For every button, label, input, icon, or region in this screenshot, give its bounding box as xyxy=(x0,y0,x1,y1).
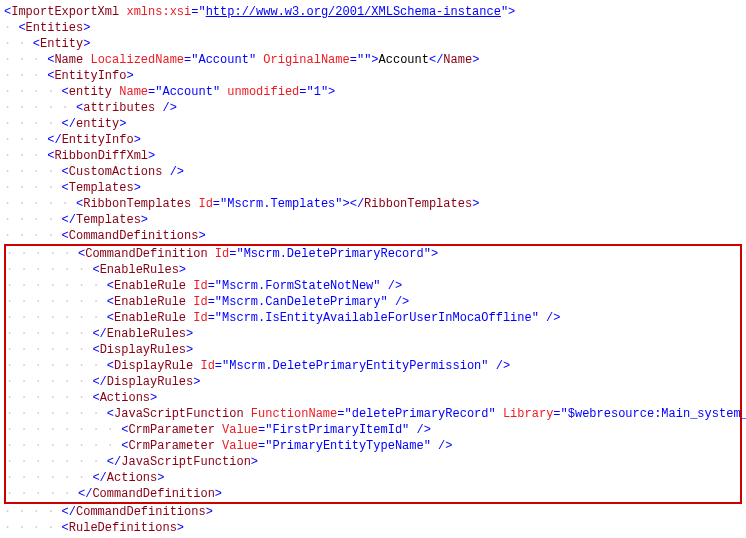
xml-attr: LocalizedName xyxy=(90,53,184,67)
xml-punct: < xyxy=(107,295,114,309)
indent-guides: · · · · · · xyxy=(6,327,92,341)
code-line: · · · · <CustomActions /> xyxy=(4,164,742,180)
xml-attr: Value xyxy=(222,439,258,453)
code-line: · · · · · · · <DisplayRule Id="Mscrm.Del… xyxy=(6,358,740,374)
code-line: · · · · <entity Name="Account" unmodifie… xyxy=(4,84,742,100)
xml-punct: < xyxy=(62,85,69,99)
xml-punct: > xyxy=(371,53,378,67)
code-line: · · · · · · <EnableRules> xyxy=(6,262,740,278)
indent-guides: · · · · · · · · xyxy=(6,439,121,453)
xml-punct: > xyxy=(328,85,335,99)
xml-punct: < xyxy=(18,21,25,35)
code-line: · · · · · · · </JavaScriptFunction> xyxy=(6,454,740,470)
xml-value: Mscrm.FormStateNotNew xyxy=(222,279,373,293)
xml-punct: > xyxy=(119,117,126,131)
xml-link-value[interactable]: http://www.w3.org/2001/XMLSchema-instanc… xyxy=(206,5,501,19)
xml-tag: ImportExportXml xyxy=(11,5,119,19)
xml-attr: xmlns:xsi xyxy=(126,5,191,19)
indent-guides: · · · · · · xyxy=(6,263,92,277)
xml-punct: > xyxy=(141,213,148,227)
code-line: · · · · · · </DisplayRules> xyxy=(6,374,740,390)
xml-punct: > xyxy=(148,149,155,163)
xml-punct: =" xyxy=(258,439,272,453)
xml-tag: Templates xyxy=(76,213,141,227)
xml-punct: < xyxy=(107,279,114,293)
code-line: · · · </EntityInfo> xyxy=(4,132,742,148)
xml-tag: JavaScriptFunction xyxy=(114,407,244,421)
xml-attr: Name xyxy=(119,85,148,99)
xml-tag: CommandDefinition xyxy=(85,247,207,261)
indent-guides: · · · · · xyxy=(4,101,76,115)
xml-attr: Id xyxy=(215,247,229,261)
code-line: <ImportExportXml xmlns:xsi="http://www.w… xyxy=(4,4,742,20)
xml-text xyxy=(244,407,251,421)
code-line: · · · · </entity> xyxy=(4,116,742,132)
xml-punct: > xyxy=(134,133,141,147)
xml-punct: </ xyxy=(47,133,61,147)
xml-punct: =" xyxy=(208,311,222,325)
xml-tag: RuleDefinitions xyxy=(69,521,177,535)
xml-punct: " xyxy=(424,439,431,453)
xml-punct: </ xyxy=(107,455,121,469)
xml-punct: < xyxy=(92,343,99,357)
xml-tag: RibbonDiffXml xyxy=(54,149,148,163)
xml-text xyxy=(215,439,222,453)
xml-tag: Name xyxy=(54,53,83,67)
xml-punct: =" xyxy=(337,407,351,421)
xml-tag: entity xyxy=(69,85,112,99)
code-line: · · · · <CommandDefinitions> xyxy=(4,228,742,244)
xml-punct: > xyxy=(215,487,222,501)
xml-punct: > xyxy=(83,21,90,35)
xml-tag: EntityInfo xyxy=(54,69,126,83)
indent-guides: · · · · · · · xyxy=(6,359,107,373)
xml-punct: < xyxy=(62,229,69,243)
xml-punct: > xyxy=(472,53,479,67)
xml-punct: /> xyxy=(388,295,410,309)
xml-punct: " xyxy=(213,85,227,99)
xml-tag: EnableRule xyxy=(114,279,186,293)
code-line: · · · · · · <DisplayRules> xyxy=(6,342,740,358)
xml-punct: </ xyxy=(92,327,106,341)
xml-punct: < xyxy=(62,165,69,179)
xml-punct: > xyxy=(126,69,133,83)
code-line: · · · · <RuleDefinitions> xyxy=(4,520,742,536)
indent-guides: · · · · xyxy=(4,213,62,227)
xml-tag: CrmParameter xyxy=(128,423,214,437)
xml-punct: </ xyxy=(62,505,76,519)
xml-attr: Id xyxy=(193,311,207,325)
indent-guides: · · · · · · xyxy=(6,471,92,485)
xml-punct: > xyxy=(472,197,479,211)
xml-punct: > xyxy=(508,5,515,19)
xml-punct: " xyxy=(489,407,503,421)
xml-punct: < xyxy=(107,311,114,325)
code-line: · · · · <Templates> xyxy=(4,180,742,196)
xml-tag: RibbonTemplates xyxy=(83,197,191,211)
xml-punct: =" xyxy=(350,53,364,67)
xml-punct: =" xyxy=(148,85,162,99)
xml-punct: ></ xyxy=(343,197,365,211)
xml-tag: EnableRule xyxy=(114,311,186,325)
xml-value: Account xyxy=(162,85,212,99)
xml-value: Mscrm.CanDeletePrimary xyxy=(222,295,380,309)
xml-tag: DisplayRule xyxy=(114,359,193,373)
xml-tag: Entity xyxy=(40,37,83,51)
xml-punct: > xyxy=(251,455,258,469)
xml-attr: OriginalName xyxy=(263,53,349,67)
code-line: · · · · · <attributes /> xyxy=(4,100,742,116)
xml-tag: entity xyxy=(76,117,119,131)
xml-punct: =" xyxy=(229,247,243,261)
xml-punct: =" xyxy=(208,295,222,309)
indent-guides: · · · · · · · xyxy=(6,279,107,293)
xml-tag: JavaScriptFunction xyxy=(121,455,251,469)
xml-attr: FunctionName xyxy=(251,407,337,421)
xml-tag: attributes xyxy=(83,101,155,115)
xml-punct: > xyxy=(134,181,141,195)
xml-punct: </ xyxy=(92,471,106,485)
xml-value: deletePrimaryRecord xyxy=(352,407,489,421)
xml-punct: " xyxy=(373,279,380,293)
xml-tag: CrmParameter xyxy=(128,439,214,453)
xml-attr: Id xyxy=(198,197,212,211)
xml-attr: unmodified xyxy=(227,85,299,99)
indent-guides: · · · · xyxy=(4,229,62,243)
xml-attr: Value xyxy=(222,423,258,437)
